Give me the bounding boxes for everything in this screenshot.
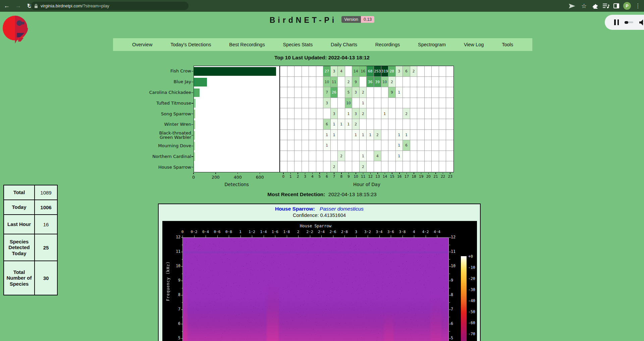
heatmap-cell bbox=[417, 130, 425, 140]
send-icon[interactable] bbox=[569, 3, 575, 9]
nav-item-spectrogram[interactable]: Spectrogram bbox=[418, 42, 446, 47]
species-label-mourning-dove: Mourning Dove bbox=[148, 140, 191, 151]
hour-tick: 2 bbox=[294, 174, 302, 178]
media-playlist-icon[interactable] bbox=[603, 3, 609, 9]
heatmap-cell bbox=[410, 87, 418, 98]
volume-icon[interactable] bbox=[639, 19, 644, 26]
detection-scientific-name[interactable]: Passer domesticus bbox=[320, 206, 364, 212]
spectro-time-tick: 2·8 bbox=[339, 230, 350, 234]
heatmap-cell: 3 bbox=[352, 87, 360, 98]
heatmap-cell: 1 bbox=[360, 130, 367, 140]
heatmap-cell bbox=[396, 161, 403, 172]
spectro-time-tick: 2·4 bbox=[316, 230, 327, 234]
heatmap-cell bbox=[425, 161, 432, 172]
hour-tick: 8 bbox=[338, 174, 345, 178]
bookmark-star-icon[interactable]: ☆ bbox=[579, 1, 589, 11]
pause-icon[interactable] bbox=[614, 19, 619, 25]
back-arrow-icon[interactable]: ← bbox=[2, 1, 11, 11]
profile-avatar[interactable]: P bbox=[623, 2, 631, 10]
heatmap-cell bbox=[338, 108, 345, 119]
spectro-time-tick: 3·2 bbox=[362, 230, 373, 234]
heatmap-cell bbox=[396, 119, 403, 130]
heatmap-cell bbox=[417, 140, 425, 151]
spectro-freq-tick-left: 6 bbox=[172, 321, 180, 326]
heatmap-cell bbox=[367, 98, 374, 109]
heatmap-cell: 6 bbox=[323, 119, 331, 130]
spectro-time-tick: 0·8 bbox=[223, 230, 234, 234]
heatmap-cell bbox=[352, 161, 360, 172]
heatmap-cell bbox=[374, 108, 381, 119]
bar-xlabel: Detections bbox=[203, 182, 270, 187]
nav-item-recordings[interactable]: Recordings bbox=[375, 42, 400, 47]
seek-slider[interactable] bbox=[625, 21, 633, 23]
spectrogram-plot bbox=[182, 237, 449, 341]
audio-player[interactable] bbox=[605, 15, 644, 30]
species-label-tufted-titmouse: Tufted Titmouse bbox=[148, 98, 191, 108]
heatmap-cell bbox=[374, 140, 381, 151]
bar-song-sparrow bbox=[194, 110, 195, 118]
detection-panel: House Sparrow: Passer domesticus Confide… bbox=[158, 204, 481, 341]
heatmap-cell bbox=[294, 108, 302, 119]
heatmap-cell: 7 bbox=[323, 87, 331, 98]
nav-item-today-s-detections[interactable]: Today's Detections bbox=[170, 42, 211, 47]
spectro-freq-tick-left: 5 bbox=[172, 336, 180, 340]
spectro-db-tick: -20 bbox=[468, 276, 478, 281]
heatmap-cell bbox=[280, 108, 287, 119]
heatmap-cell bbox=[403, 77, 410, 88]
heatmap-cell bbox=[410, 98, 418, 109]
heatmap-cell bbox=[294, 151, 302, 162]
heatmap-cell bbox=[302, 140, 309, 151]
heatmap-cell bbox=[374, 161, 381, 172]
heatmap-cell bbox=[302, 108, 309, 119]
heatmap-cell: 5 bbox=[345, 87, 353, 98]
heatmap-cell bbox=[410, 119, 418, 130]
nav-item-species-stats[interactable]: Species Stats bbox=[283, 42, 313, 47]
heatmap-cell bbox=[403, 87, 410, 98]
heatmap-cell bbox=[439, 161, 446, 172]
address-bar[interactable]: virginia.birdnetpi.com/?stream=play bbox=[31, 2, 189, 10]
heatmap-cell bbox=[410, 77, 418, 88]
spectrogram-title: House Sparrow bbox=[182, 224, 449, 228]
forward-arrow-icon[interactable]: → bbox=[13, 1, 23, 11]
nav-item-daily-charts[interactable]: Daily Charts bbox=[331, 42, 357, 47]
heatmap-cell bbox=[417, 151, 425, 162]
spectro-freq-tick-left: 10 bbox=[172, 264, 180, 268]
heatmap-cell bbox=[316, 151, 324, 162]
nav-item-view-log[interactable]: View Log bbox=[464, 42, 484, 47]
heatmap-cell: 2 bbox=[345, 77, 353, 88]
menu-dots-icon[interactable]: ⋮ bbox=[635, 2, 641, 9]
detections-bar-chart bbox=[194, 66, 280, 172]
heatmap-cell bbox=[287, 98, 295, 109]
stats-value-total-number-of-species[interactable]: 30 bbox=[35, 261, 57, 295]
heatmap-cell bbox=[446, 140, 453, 151]
detection-species-link[interactable]: House Sparrow: bbox=[275, 206, 315, 212]
stats-value-species-detected-today[interactable]: 25 bbox=[35, 234, 57, 261]
side-panel-icon[interactable] bbox=[613, 3, 619, 8]
heatmap-cell bbox=[425, 66, 432, 77]
nav-item-best-recordings[interactable]: Best Recordings bbox=[229, 42, 265, 47]
heatmap-cell bbox=[360, 140, 367, 151]
heatmap-cell bbox=[425, 77, 432, 88]
species-label-song-sparrow: Song Sparrow bbox=[148, 108, 191, 119]
bar-carolina-chickadee bbox=[194, 89, 200, 97]
nav-item-tools[interactable]: Tools bbox=[502, 42, 513, 47]
heatmap-cell bbox=[316, 87, 324, 98]
heatmap-cell bbox=[345, 161, 353, 172]
heatmap-cell bbox=[381, 98, 389, 109]
heatmap-cell bbox=[302, 66, 309, 77]
extensions-puzzle-icon[interactable] bbox=[593, 3, 599, 9]
heatmap-cell bbox=[439, 98, 446, 109]
heatmap-cell bbox=[446, 66, 453, 77]
nav-item-overview[interactable]: Overview bbox=[132, 42, 152, 47]
heatmap-cell bbox=[374, 119, 381, 130]
heatmap-cell: 6 bbox=[403, 66, 410, 77]
bar-xtick: 600 bbox=[253, 175, 267, 180]
heatmap-cell bbox=[287, 66, 295, 77]
heatmap-cell bbox=[439, 108, 446, 119]
stats-row-species-detected-today: Species Detected Today25 bbox=[4, 234, 57, 261]
bar-xtick: 0 bbox=[186, 175, 201, 180]
stats-value-today[interactable]: 1006 bbox=[35, 200, 57, 215]
hour-tick: 1 bbox=[287, 174, 294, 178]
heatmap-cell: 3 bbox=[331, 108, 338, 119]
spectro-time-tick: 0·2 bbox=[189, 230, 200, 234]
